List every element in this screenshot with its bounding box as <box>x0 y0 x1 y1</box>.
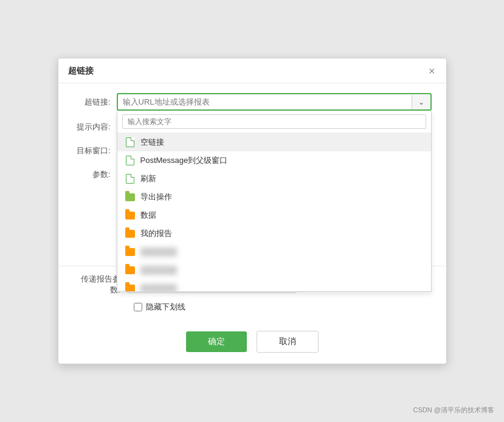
folder-orange-icon <box>125 265 136 275</box>
params-label: 参数: <box>73 165 117 180</box>
folder-orange-icon <box>125 246 136 257</box>
search-input[interactable] <box>122 114 426 129</box>
cancel-button[interactable]: 取消 <box>257 331 319 353</box>
list-item[interactable]: 刷新 <box>117 170 431 188</box>
close-button[interactable]: × <box>427 66 437 77</box>
hide-underline-label: 隐藏下划线 <box>134 302 185 313</box>
list-item[interactable] <box>117 243 431 261</box>
watermark: CSDN @清平乐的技术博客 <box>413 406 494 415</box>
item-label: 刷新 <box>140 173 156 184</box>
page-icon <box>125 155 136 166</box>
hide-underline-row: 隐藏下划线 <box>134 302 432 313</box>
url-input-container: ⌄ <box>117 93 432 111</box>
item-label-blurred <box>140 247 177 257</box>
list-item[interactable]: 数据 <box>117 206 431 224</box>
item-label: 我的报告 <box>140 228 172 239</box>
confirm-button[interactable]: 确定 <box>186 331 247 352</box>
hide-underline-text: 隐藏下划线 <box>146 302 185 313</box>
item-label: 数据 <box>140 210 156 221</box>
list-item[interactable] <box>117 279 431 291</box>
dialog-header: 超链接 × <box>58 58 446 83</box>
page-icon <box>125 173 136 184</box>
item-label-blurred <box>140 284 177 292</box>
dropdown-list: 空链接 PostMessage到父级窗口 刷新 导出操作 <box>117 133 431 291</box>
hint-label: 提示内容: <box>73 118 117 133</box>
dialog-body: 超链接: ⌄ 空链接 <box>58 83 446 258</box>
item-label: 空链接 <box>140 137 164 148</box>
dialog-footer: 确定 取消 <box>58 322 446 364</box>
hide-underline-checkbox[interactable] <box>134 303 142 311</box>
item-label: PostMessage到父级窗口 <box>140 155 228 166</box>
hyperlink-dialog: 超链接 × 超链接: ⌄ 空链接 <box>58 58 447 364</box>
list-item[interactable]: 导出操作 <box>117 188 431 206</box>
page-icon <box>125 137 136 148</box>
list-item[interactable]: 我的报告 <box>117 224 431 243</box>
folder-green-icon <box>125 192 136 202</box>
list-item[interactable]: 空链接 <box>117 133 431 151</box>
folder-orange-icon <box>125 228 136 239</box>
list-item[interactable] <box>117 261 431 279</box>
url-input[interactable] <box>118 94 412 109</box>
url-dropdown-button[interactable]: ⌄ <box>412 95 430 109</box>
list-item[interactable]: PostMessage到父级窗口 <box>117 151 431 170</box>
hyperlink-input-wrap: ⌄ 空链接 PostMessage到父级窗口 <box>117 93 432 111</box>
folder-orange-icon <box>125 283 136 291</box>
dropdown-panel: 空链接 PostMessage到父级窗口 刷新 导出操作 <box>117 111 432 292</box>
search-wrap <box>117 111 431 133</box>
dialog-title: 超链接 <box>68 66 94 77</box>
folder-orange-icon <box>125 210 136 221</box>
hyperlink-label: 超链接: <box>73 93 117 108</box>
hyperlink-row: 超链接: ⌄ 空链接 <box>73 93 432 111</box>
item-label: 导出操作 <box>140 192 172 202</box>
target-label: 目标窗口: <box>73 142 117 156</box>
item-label-blurred <box>140 266 177 275</box>
